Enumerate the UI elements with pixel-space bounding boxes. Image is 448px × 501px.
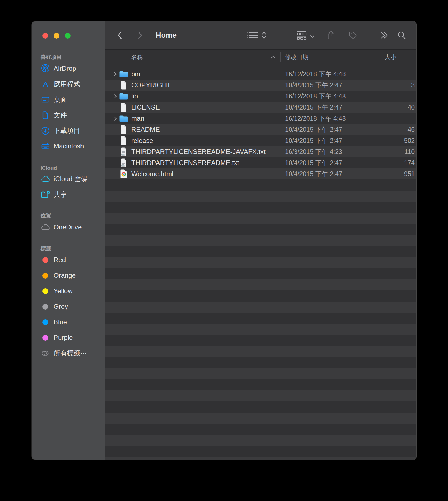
column-header-name[interactable]: 名稱 (131, 50, 143, 65)
more-button[interactable] (381, 21, 388, 49)
folder-icon (119, 69, 128, 80)
file-row[interactable]: COPYRIGHT10/4/2015 下午 2:473 (105, 80, 416, 91)
desktop-icon (41, 95, 50, 104)
toolbar: Home (105, 21, 416, 50)
file-name: man (131, 113, 144, 124)
sidebar-item-label: 下載項目 (54, 126, 80, 135)
file-date-modified: 10/4/2015 下午 2:47 (285, 124, 342, 135)
chevrons-right-icon (381, 31, 388, 39)
sidebar-section-title: iCloud (41, 162, 105, 171)
sidebar-item-label: AirDrop (54, 65, 76, 72)
sidebar-item-tag-red[interactable]: Red (32, 252, 105, 268)
file-row[interactable]: Welcome.html10/4/2015 下午 2:47951 (105, 168, 416, 179)
empty-list-stripes (105, 179, 416, 460)
tag-dot-icon (41, 255, 50, 265)
sidebar-item-label: Orange (54, 272, 76, 279)
view-button[interactable] (247, 21, 266, 49)
sidebar-item-downloads[interactable]: 下載項目 (32, 123, 105, 138)
file-name: THIRDPARTYLICENSEREADME.txt (131, 157, 239, 168)
file-date-modified: 16/12/2018 下午 4:48 (285, 69, 346, 80)
sidebar-item-label: 共享 (54, 190, 67, 199)
zoom-window-button[interactable] (65, 33, 71, 39)
back-button[interactable] (117, 21, 122, 49)
magnifier-icon (397, 31, 406, 39)
chevron-right-icon (138, 31, 142, 39)
tag-icon (348, 31, 357, 40)
file-date-modified: 10/4/2015 下午 2:47 (285, 168, 342, 179)
disclosure-chevron-icon[interactable] (114, 91, 117, 102)
tag-dot-icon (41, 333, 50, 342)
cloud-icon (41, 222, 50, 232)
sidebar-item-desktop[interactable]: 桌面 (32, 92, 105, 107)
sidebar-item-label: Macintosh... (54, 142, 89, 150)
sidebar-section-title: 位置 (41, 210, 105, 219)
sidebar-item-icloud-drive[interactable]: iCloud 雲碟 (32, 171, 105, 187)
document-icon (119, 80, 128, 91)
file-name: Welcome.html (131, 168, 173, 179)
column-header-size[interactable]: 大小 (385, 50, 396, 65)
file-row[interactable]: release10/4/2015 下午 2:47502 (105, 135, 416, 146)
sidebar-item-shared[interactable]: 共享 (32, 187, 105, 202)
file-date-modified: 16/3/2015 下午 4:23 (285, 146, 342, 157)
sidebar-item-macintosh-hd[interactable]: Macintosh... (32, 138, 105, 154)
file-date-modified: 10/4/2015 下午 2:47 (285, 102, 342, 113)
file-name: README (131, 124, 160, 135)
search-button[interactable] (397, 21, 406, 49)
sidebar-item-tag-yellow[interactable]: Yellow (32, 283, 105, 299)
document-icon (119, 124, 128, 135)
document-icon (119, 135, 128, 146)
download-icon (41, 126, 50, 135)
sidebar-item-tag-blue[interactable]: Blue (32, 314, 105, 330)
column-header-date[interactable]: 修改日期 (285, 50, 308, 65)
tag-button[interactable] (348, 21, 357, 49)
disclosure-chevron-icon[interactable] (114, 113, 117, 124)
list-view-icon (247, 31, 266, 39)
text-file-icon: TXT (119, 146, 128, 157)
sidebar-item-onedrive[interactable]: OneDrive (32, 219, 105, 235)
group-button[interactable] (296, 21, 314, 49)
file-size: 46 (407, 124, 415, 135)
harddrive-icon (41, 141, 50, 151)
file-row[interactable]: TXTTHIRDPARTYLICENSEREADME-JAVAFX.txt16/… (105, 146, 416, 157)
file-list: bin16/12/2018 下午 4:48COPYRIGHT10/4/2015 … (105, 65, 416, 460)
file-row[interactable]: bin16/12/2018 下午 4:48 (105, 69, 416, 80)
sidebar-item-label: iCloud 雲碟 (54, 174, 88, 183)
column-resize-handle[interactable] (381, 52, 381, 62)
sidebar-item-tag-orange[interactable]: Orange (32, 268, 105, 283)
forward-button[interactable] (138, 21, 142, 49)
sidebar-item-label: 應用程式 (54, 80, 80, 88)
sort-ascending-icon (271, 50, 275, 65)
column-resize-handle[interactable] (280, 52, 281, 62)
file-row[interactable]: LICENSE10/4/2015 下午 2:4740 (105, 102, 416, 113)
file-row[interactable]: README10/4/2015 下午 2:4746 (105, 124, 416, 135)
sidebar-sections: 喜好項目AirDrop應用程式桌面文件下載項目Macintosh...iClou… (32, 51, 105, 361)
group-by-icon (296, 31, 314, 40)
document-icon (41, 110, 50, 120)
folder-icon (119, 91, 128, 102)
sidebar-item-label: Red (54, 256, 66, 264)
file-name: release (131, 135, 153, 146)
sidebar-item-applications[interactable]: 應用程式 (32, 76, 105, 92)
file-date-modified: 16/12/2018 下午 4:48 (285, 91, 346, 102)
file-row[interactable]: lib16/12/2018 下午 4:48 (105, 91, 416, 102)
disclosure-chevron-icon[interactable] (114, 69, 117, 80)
file-size: 174 (404, 157, 415, 168)
finder-window: 喜好項目AirDrop應用程式桌面文件下載項目Macintosh...iClou… (32, 21, 416, 460)
minimize-window-button[interactable] (54, 33, 59, 39)
file-row[interactable]: man16/12/2018 下午 4:48 (105, 113, 416, 124)
file-size: 110 (404, 146, 415, 157)
file-name: bin (131, 69, 140, 80)
list-header: 名稱 修改日期 大小 (105, 50, 416, 65)
sidebar-item-tag-purple[interactable]: Purple (32, 330, 105, 345)
file-date-modified: 10/4/2015 下午 2:47 (285, 135, 342, 146)
svg-text:TXT: TXT (122, 165, 124, 166)
file-row[interactable]: TXTTHIRDPARTYLICENSEREADME.txt10/4/2015 … (105, 157, 416, 168)
sidebar-item-label: Blue (54, 318, 67, 326)
sidebar-item-airdrop[interactable]: AirDrop (32, 61, 105, 76)
sidebar-item-documents[interactable]: 文件 (32, 107, 105, 123)
share-button[interactable] (327, 21, 335, 49)
close-window-button[interactable] (42, 33, 48, 39)
sidebar-item-tag-grey[interactable]: Grey (32, 299, 105, 314)
sidebar-item-all-tags[interactable]: 所有標籤⋯ (32, 345, 105, 361)
html-file-icon (119, 168, 128, 179)
